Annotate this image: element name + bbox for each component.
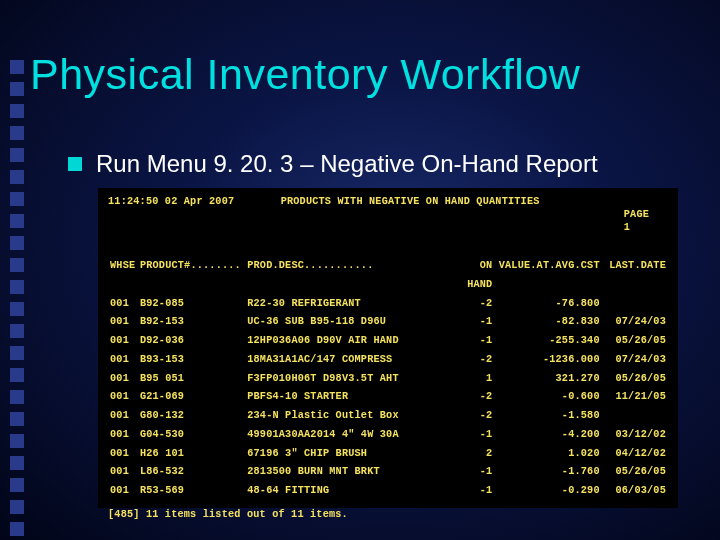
decor-dot bbox=[10, 522, 24, 536]
col-whse: WHSE bbox=[108, 257, 138, 276]
left-dot-strip bbox=[10, 60, 24, 540]
cell-product: G80-132 bbox=[138, 407, 245, 426]
cell-product: L86-532 bbox=[138, 463, 245, 482]
table-row: 001B95 051F3FP010H06T D98V3.5T AHT1321.2… bbox=[108, 370, 668, 389]
cell-product: R53-569 bbox=[138, 482, 245, 501]
report-title: PRODUCTS WITH NEGATIVE ON HAND QUANTITIE… bbox=[281, 196, 540, 247]
cell-value: -1.760 bbox=[494, 463, 601, 482]
cell-desc: 67196 3" CHIP BRUSH bbox=[245, 445, 449, 464]
table-row: 001H26 10167196 3" CHIP BRUSH21.02004/12… bbox=[108, 445, 668, 464]
table-row: 001D92-03612HP036A06 D90V AIR HAND-1-255… bbox=[108, 332, 668, 351]
cell-whse: 001 bbox=[108, 332, 138, 351]
decor-dot bbox=[10, 82, 24, 96]
cell-value: 321.270 bbox=[494, 370, 601, 389]
decor-dot bbox=[10, 214, 24, 228]
decor-dot bbox=[10, 456, 24, 470]
cell-desc: UC-36 SUB B95-118 D96U bbox=[245, 313, 449, 332]
cell-desc: 49901A30AA2014 4" 4W 30A bbox=[245, 426, 449, 445]
cell-last-date: 06/03/05 bbox=[602, 482, 668, 501]
cell-last-date: 11/21/05 bbox=[602, 388, 668, 407]
cell-value: -0.600 bbox=[494, 388, 601, 407]
cell-value: -4.200 bbox=[494, 426, 601, 445]
cell-product: G04-530 bbox=[138, 426, 245, 445]
decor-dot bbox=[10, 324, 24, 338]
cell-desc: 12HP036A06 D90V AIR HAND bbox=[245, 332, 449, 351]
cell-last-date bbox=[602, 295, 668, 314]
cell-on-hand: -1 bbox=[450, 463, 495, 482]
table-row: 001G80-132234-N Plastic Outlet Box-2-1.5… bbox=[108, 407, 668, 426]
cell-last-date: 05/26/05 bbox=[602, 332, 668, 351]
page-label: PAGE bbox=[624, 209, 649, 220]
report-table: WHSE PRODUCT#........ PROD.DESC.........… bbox=[108, 257, 668, 501]
cell-product: B92-085 bbox=[138, 295, 245, 314]
cell-whse: 001 bbox=[108, 407, 138, 426]
cell-on-hand: -2 bbox=[450, 407, 495, 426]
report-timestamp: 11:24:50 02 Apr 2007 bbox=[108, 196, 234, 247]
cell-on-hand: -1 bbox=[450, 332, 495, 351]
decor-dot bbox=[10, 280, 24, 294]
cell-desc: R22-30 REFRIGERANT bbox=[245, 295, 449, 314]
cell-product: H26 101 bbox=[138, 445, 245, 464]
decor-dot bbox=[10, 390, 24, 404]
cell-value: -1236.000 bbox=[494, 351, 601, 370]
square-bullet-icon bbox=[68, 157, 82, 171]
decor-dot bbox=[10, 478, 24, 492]
cell-whse: 001 bbox=[108, 426, 138, 445]
cell-on-hand: -2 bbox=[450, 295, 495, 314]
terminal-report: 11:24:50 02 Apr 2007 PRODUCTS WITH NEGAT… bbox=[98, 188, 678, 508]
cell-last-date: 07/24/03 bbox=[602, 351, 668, 370]
cell-desc: 2813500 BURN MNT BRKT bbox=[245, 463, 449, 482]
table-row: 001B93-15318MA31A1AC/147 COMPRESS-2-1236… bbox=[108, 351, 668, 370]
cell-value: -76.800 bbox=[494, 295, 601, 314]
decor-dot bbox=[10, 302, 24, 316]
decor-dot bbox=[10, 126, 24, 140]
decor-dot bbox=[10, 192, 24, 206]
cell-product: G21-069 bbox=[138, 388, 245, 407]
cell-whse: 001 bbox=[108, 482, 138, 501]
cell-last-date: 03/12/02 bbox=[602, 426, 668, 445]
table-row: 001G21-069PBFS4-10 STARTER-2-0.60011/21/… bbox=[108, 388, 668, 407]
cell-last-date: 04/12/02 bbox=[602, 445, 668, 464]
cell-last-date: 07/24/03 bbox=[602, 313, 668, 332]
cell-value: -1.580 bbox=[494, 407, 601, 426]
cell-whse: 001 bbox=[108, 445, 138, 464]
cell-on-hand: -2 bbox=[450, 388, 495, 407]
col-product: PRODUCT#........ bbox=[138, 257, 245, 276]
cell-product: D92-036 bbox=[138, 332, 245, 351]
cell-product: B93-153 bbox=[138, 351, 245, 370]
cell-value: 1.020 bbox=[494, 445, 601, 464]
cell-last-date: 05/26/05 bbox=[602, 370, 668, 389]
table-row: 001L86-5322813500 BURN MNT BRKT-1-1.7600… bbox=[108, 463, 668, 482]
cell-whse: 001 bbox=[108, 463, 138, 482]
decor-dot bbox=[10, 346, 24, 360]
col-last-date: LAST.DATE bbox=[602, 257, 668, 276]
cell-desc: 234-N Plastic Outlet Box bbox=[245, 407, 449, 426]
table-row: 001G04-53049901A30AA2014 4" 4W 30A-1-4.2… bbox=[108, 426, 668, 445]
cell-product: B95 051 bbox=[138, 370, 245, 389]
cell-whse: 001 bbox=[108, 370, 138, 389]
cell-product: B92-153 bbox=[138, 313, 245, 332]
cell-whse: 001 bbox=[108, 313, 138, 332]
cell-on-hand: -1 bbox=[450, 313, 495, 332]
cell-on-hand: -2 bbox=[450, 351, 495, 370]
cell-desc: 48-64 FITTING bbox=[245, 482, 449, 501]
decor-dot bbox=[10, 434, 24, 448]
col-value: VALUE.AT.AVG.CST bbox=[494, 257, 601, 276]
report-footer: [485] 11 items listed out of 11 items. bbox=[108, 509, 668, 522]
col-on: ON bbox=[450, 257, 495, 276]
bullet-row: Run Menu 9. 20. 3 – Negative On-Hand Rep… bbox=[68, 150, 598, 178]
table-row: 001B92-085R22-30 REFRIGERANT-2-76.800 bbox=[108, 295, 668, 314]
slide-title: Physical Inventory Workflow bbox=[30, 50, 580, 99]
decor-dot bbox=[10, 368, 24, 382]
cell-on-hand: 2 bbox=[450, 445, 495, 464]
page-number: 1 bbox=[624, 222, 630, 233]
cell-last-date bbox=[602, 407, 668, 426]
col-desc: PROD.DESC........... bbox=[245, 257, 449, 276]
decor-dot bbox=[10, 412, 24, 426]
decor-dot bbox=[10, 60, 24, 74]
cell-whse: 001 bbox=[108, 295, 138, 314]
cell-whse: 001 bbox=[108, 351, 138, 370]
table-row: 001B92-153UC-36 SUB B95-118 D96U-1-82.83… bbox=[108, 313, 668, 332]
col-on-hand: HAND bbox=[450, 276, 495, 295]
table-row: 001R53-56948-64 FITTING-1-0.29006/03/05 bbox=[108, 482, 668, 501]
